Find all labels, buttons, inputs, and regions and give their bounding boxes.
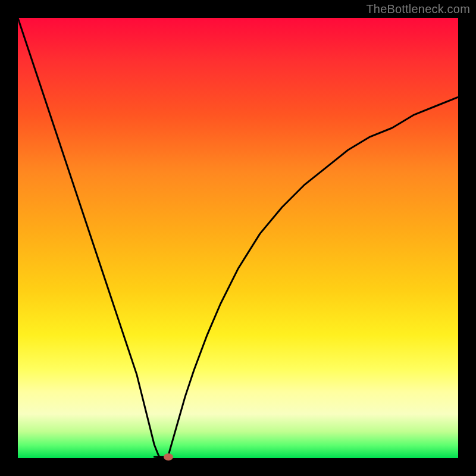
bottleneck-curve: [18, 18, 458, 458]
watermark-text: TheBottleneck.com: [366, 2, 470, 16]
optimal-point-marker: [164, 453, 173, 461]
curve-path: [18, 18, 458, 458]
chart-frame: TheBottleneck.com: [0, 0, 476, 476]
